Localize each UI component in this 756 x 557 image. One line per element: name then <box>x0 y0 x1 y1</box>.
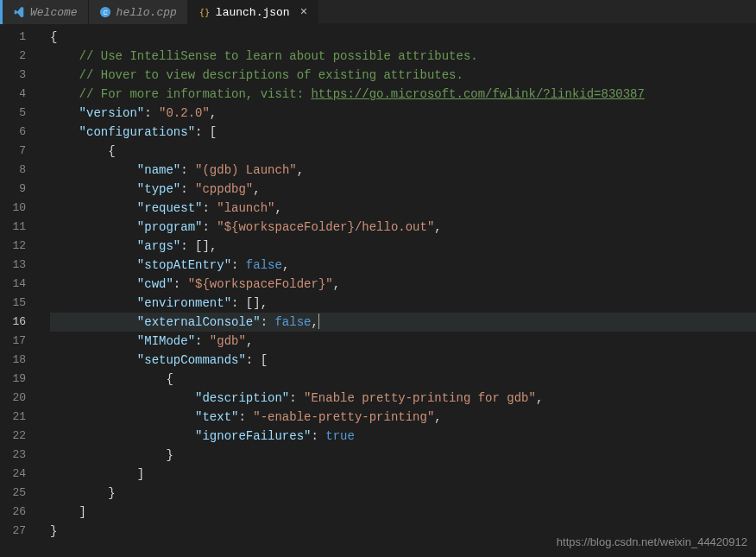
line-number: 16 <box>0 313 38 332</box>
doc-link[interactable]: https://go.microsoft.com/fwlink/?linkid=… <box>311 87 644 101</box>
line-number: 20 <box>0 389 38 408</box>
code-line: "environment": [], <box>50 294 756 313</box>
code-line: // Hover to view descriptions of existin… <box>50 66 756 85</box>
line-number: 5 <box>0 104 38 123</box>
code-line: "args": [], <box>50 237 756 256</box>
code-line: // Use IntelliSense to learn about possi… <box>50 47 756 66</box>
close-icon[interactable]: × <box>300 6 307 18</box>
code-line: { <box>50 142 756 161</box>
code-line: "ignoreFailures": true <box>50 427 756 446</box>
line-number: 8 <box>0 161 38 180</box>
code-line: "version": "0.2.0", <box>50 104 756 123</box>
code-line: "configurations": [ <box>50 123 756 142</box>
line-number: 19 <box>0 370 38 389</box>
line-number: 3 <box>0 66 38 85</box>
line-number: 18 <box>0 351 38 370</box>
code-line: "description": "Enable pretty-printing f… <box>50 389 756 408</box>
code-content[interactable]: { // Use IntelliSense to learn about pos… <box>38 24 756 557</box>
code-line: "type": "cppdbg", <box>50 180 756 199</box>
code-line: "stopAtEntry": false, <box>50 256 756 275</box>
text-cursor <box>318 313 319 329</box>
tab-label: hello.cpp <box>117 6 177 19</box>
line-number: 13 <box>0 256 38 275</box>
line-number: 17 <box>0 332 38 351</box>
tab-bar: Welcome C hello.cpp {} launch.json × <box>0 0 756 24</box>
code-line: } <box>50 484 756 503</box>
cpp-icon: C <box>99 6 111 18</box>
json-icon: {} <box>198 6 211 18</box>
tab-launch-json[interactable]: {} launch.json × <box>188 0 318 24</box>
tab-hello-cpp[interactable]: C hello.cpp <box>89 0 188 24</box>
line-number: 21 <box>0 408 38 427</box>
line-number: 7 <box>0 142 38 161</box>
watermark-text: https://blog.csdn.net/weixin_44420912 <box>557 535 747 548</box>
line-number: 27 <box>0 522 38 541</box>
code-line: ] <box>50 465 756 484</box>
code-line: "program": "${workspaceFolder}/hello.out… <box>50 218 756 237</box>
code-line: } <box>50 446 756 465</box>
tab-label: launch.json <box>216 6 290 19</box>
line-number: 11 <box>0 218 38 237</box>
line-number: 6 <box>0 123 38 142</box>
line-number: 15 <box>0 294 38 313</box>
code-line: "name": "(gdb) Launch", <box>50 161 756 180</box>
line-number: 12 <box>0 237 38 256</box>
line-number: 4 <box>0 85 38 104</box>
line-number: 22 <box>0 427 38 446</box>
line-number: 23 <box>0 446 38 465</box>
line-number: 25 <box>0 484 38 503</box>
line-number: 26 <box>0 503 38 522</box>
code-line: "MIMode": "gdb", <box>50 332 756 351</box>
line-number: 2 <box>0 47 38 66</box>
code-line-active: "externalConsole": false, <box>50 313 756 332</box>
svg-text:{}: {} <box>199 7 211 17</box>
line-number: 10 <box>0 199 38 218</box>
code-line: "setupCommands": [ <box>50 351 756 370</box>
line-number: 9 <box>0 180 38 199</box>
line-number: 24 <box>0 465 38 484</box>
code-line: { <box>50 28 756 47</box>
code-line: "cwd": "${workspaceFolder}", <box>50 275 756 294</box>
code-line: { <box>50 370 756 389</box>
vscode-icon <box>13 6 25 18</box>
line-number: 14 <box>0 275 38 294</box>
tab-welcome[interactable]: Welcome <box>3 0 89 24</box>
line-number: 1 <box>0 28 38 47</box>
code-line: // For more information, visit: https://… <box>50 85 756 104</box>
line-number-gutter: 1 2 3 4 5 6 7 8 9 10 11 12 13 14 15 16 1… <box>0 24 38 557</box>
editor-area: 1 2 3 4 5 6 7 8 9 10 11 12 13 14 15 16 1… <box>0 24 756 557</box>
code-line: ] <box>50 503 756 522</box>
tab-label: Welcome <box>30 6 78 19</box>
code-line: "text": "-enable-pretty-printing", <box>50 408 756 427</box>
code-line: "request": "launch", <box>50 199 756 218</box>
